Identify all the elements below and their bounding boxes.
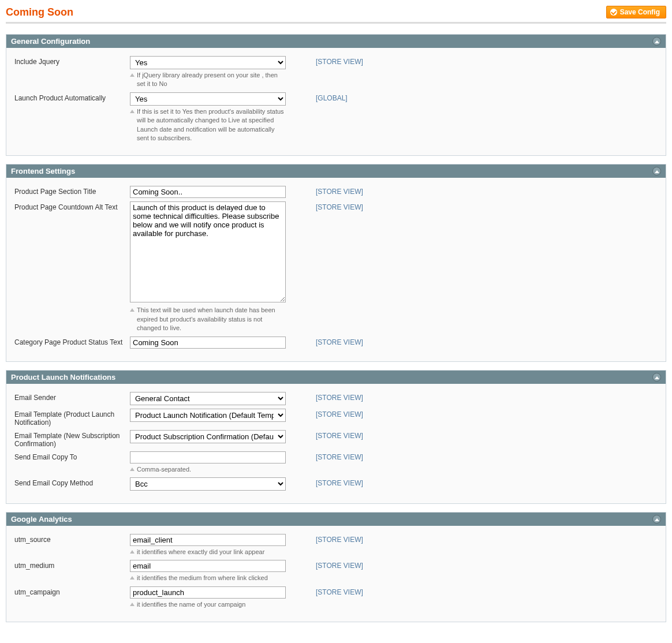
label-template-subscription: Email Template (New Subscription Confirm… — [14, 430, 130, 448]
select-copy-method[interactable]: Bcc — [130, 477, 286, 491]
scope-copy-method: [STORE VIEW] — [316, 477, 363, 487]
scope-utm-source: [STORE VIEW] — [316, 534, 363, 544]
row-template-subscription: Email Template (New Subscription Confirm… — [14, 430, 658, 448]
hint-utm-source: it identifies where exactly did your lin… — [130, 548, 286, 556]
label-copy-method: Send Email Copy Method — [14, 477, 130, 487]
collapse-icon[interactable] — [652, 373, 661, 382]
scope-launch-auto: [GLOBAL] — [316, 92, 348, 102]
select-email-sender[interactable]: General Contact — [130, 392, 286, 405]
section-body-frontend: Product Page Section Title [STORE VIEW] … — [6, 178, 666, 361]
hint-arrow-icon — [130, 576, 135, 580]
section-body-notifications: Email Sender General Contact [STORE VIEW… — [6, 384, 666, 503]
hint-include-jquery: If jQuery library already present on you… — [130, 71, 286, 89]
check-icon — [610, 9, 617, 16]
section-product-launch-notifications: Product Launch Notifications Email Sende… — [6, 370, 666, 504]
scope-include-jquery: [STORE VIEW] — [316, 56, 363, 66]
page-header: Coming Soon Save Config — [6, 6, 666, 24]
section-body-ga: utm_source it identifies where exactly d… — [6, 526, 666, 622]
label-include-jquery: Include Jquery — [14, 56, 130, 66]
section-header-general[interactable]: General Configuration — [6, 35, 666, 48]
select-launch-auto[interactable]: Yes — [130, 92, 286, 106]
save-config-label: Save Config — [620, 8, 660, 16]
input-utm-campaign[interactable] — [130, 586, 286, 599]
section-general-configuration: General Configuration Include Jquery Yes… — [6, 34, 666, 156]
label-countdown-alt: Product Page Countdown Alt Text — [14, 201, 130, 211]
section-header-frontend[interactable]: Frontend Settings — [6, 165, 666, 178]
row-copy-method: Send Email Copy Method Bcc [STORE VIEW] — [14, 477, 658, 491]
row-category-status: Category Page Product Status Text [STORE… — [14, 337, 658, 349]
row-section-title: Product Page Section Title [STORE VIEW] — [14, 186, 658, 198]
section-title: Google Analytics — [11, 515, 72, 524]
collapse-icon[interactable] — [652, 37, 661, 46]
select-template-subscription[interactable]: Product Subscription Confirmation (Defau… — [130, 430, 286, 443]
row-utm-source: utm_source it identifies where exactly d… — [14, 534, 658, 556]
section-title: Frontend Settings — [11, 167, 75, 175]
row-utm-medium: utm_medium it identifies the medium from… — [14, 560, 658, 582]
label-copy-to: Send Email Copy To — [14, 451, 130, 461]
label-utm-source: utm_source — [14, 534, 130, 544]
scope-template-subscription: [STORE VIEW] — [316, 430, 363, 440]
scope-utm-medium: [STORE VIEW] — [316, 560, 363, 570]
row-copy-to: Send Email Copy To Comma-separated. [STO… — [14, 451, 658, 474]
hint-utm-campaign: it identifies the name of your campaign — [130, 600, 286, 609]
label-template-launch: Email Template (Product Launch Notificat… — [14, 409, 130, 427]
hint-arrow-icon — [130, 603, 135, 606]
section-frontend-settings: Frontend Settings Product Page Section T… — [6, 164, 666, 361]
input-copy-to[interactable] — [130, 451, 286, 463]
page-title: Coming Soon — [6, 6, 73, 18]
row-countdown-alt: Product Page Countdown Alt Text This tex… — [14, 201, 658, 332]
select-include-jquery[interactable]: Yes — [130, 56, 286, 69]
section-title: Product Launch Notifications — [11, 373, 115, 382]
scope-template-launch: [STORE VIEW] — [316, 409, 363, 418]
section-header-ga[interactable]: Google Analytics — [6, 513, 666, 526]
section-title: General Configuration — [11, 37, 90, 46]
hint-countdown-alt: This text will be used when launch date … — [130, 306, 286, 332]
row-utm-campaign: utm_campaign it identifies the name of y… — [14, 586, 658, 609]
scope-countdown-alt: [STORE VIEW] — [316, 201, 363, 211]
label-section-title: Product Page Section Title — [14, 186, 130, 196]
row-template-launch: Email Template (Product Launch Notificat… — [14, 409, 658, 427]
input-utm-medium[interactable] — [130, 560, 286, 572]
scope-copy-to: [STORE VIEW] — [316, 451, 363, 461]
hint-arrow-icon — [130, 468, 135, 471]
label-utm-campaign: utm_campaign — [14, 586, 130, 596]
collapse-icon[interactable] — [652, 167, 661, 175]
collapse-icon[interactable] — [652, 515, 661, 524]
textarea-countdown-alt[interactable] — [130, 201, 286, 302]
input-section-title[interactable] — [130, 186, 286, 198]
hint-copy-to: Comma-separated. — [130, 465, 286, 474]
save-config-button[interactable]: Save Config — [606, 6, 666, 18]
label-email-sender: Email Sender — [14, 392, 130, 402]
scope-section-title: [STORE VIEW] — [316, 186, 363, 196]
section-google-analytics: Google Analytics utm_source it identifie… — [6, 512, 666, 622]
row-email-sender: Email Sender General Contact [STORE VIEW… — [14, 392, 658, 405]
select-template-launch[interactable]: Product Launch Notification (Default Tem… — [130, 409, 286, 422]
hint-arrow-icon — [130, 73, 135, 77]
label-category-status: Category Page Product Status Text — [14, 337, 130, 346]
hint-launch-auto: If this is set it to Yes then product's … — [130, 107, 286, 143]
input-utm-source[interactable] — [130, 534, 286, 546]
hint-arrow-icon — [130, 550, 135, 554]
input-category-status[interactable] — [130, 337, 286, 349]
hint-arrow-icon — [130, 308, 135, 312]
section-body-general: Include Jquery Yes If jQuery library alr… — [6, 48, 666, 155]
scope-category-status: [STORE VIEW] — [316, 337, 363, 346]
label-launch-auto: Launch Product Automatically — [14, 92, 130, 102]
scope-email-sender: [STORE VIEW] — [316, 392, 363, 402]
label-utm-medium: utm_medium — [14, 560, 130, 570]
hint-utm-medium: it identifies the medium from where link… — [130, 574, 286, 582]
row-launch-auto: Launch Product Automatically Yes If this… — [14, 92, 658, 143]
row-include-jquery: Include Jquery Yes If jQuery library alr… — [14, 56, 658, 89]
section-header-notifications[interactable]: Product Launch Notifications — [6, 371, 666, 384]
scope-utm-campaign: [STORE VIEW] — [316, 586, 363, 596]
hint-arrow-icon — [130, 110, 135, 113]
